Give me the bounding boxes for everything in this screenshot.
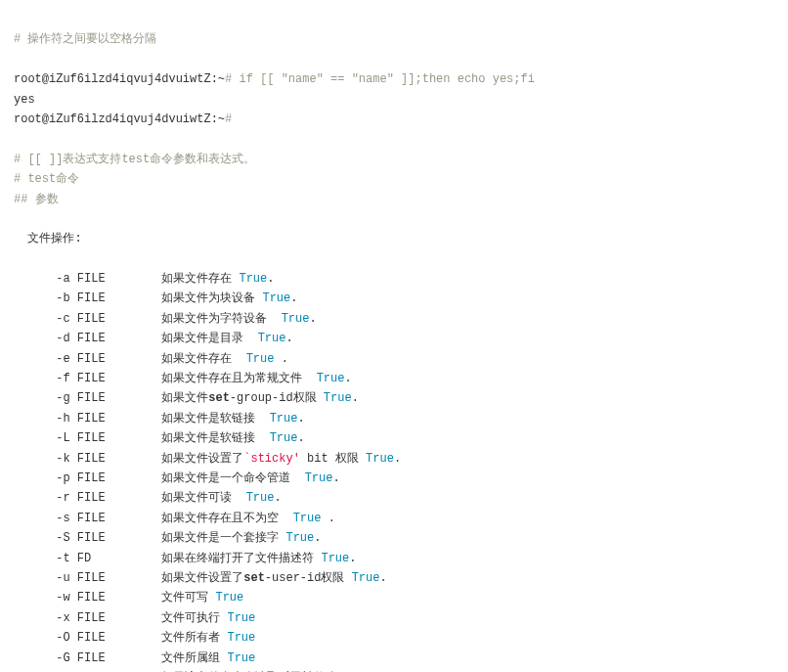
code-segment: -s FILE 如果文件存在且不为空 [14, 512, 293, 525]
code-segment: True [270, 431, 298, 445]
code-line: -h FILE 如果文件是软链接 True. [14, 409, 774, 428]
code-segment: . [394, 452, 401, 466]
code-segment: -O FILE 文件所有者 [14, 631, 227, 645]
code-line: -S FILE 如果文件是一个套接字 True. [14, 528, 774, 548]
code-line: ## 参数 [14, 190, 774, 209]
code-segment: `sticky' [243, 452, 300, 466]
code-line: # test命令 [14, 169, 774, 189]
code-segment: . [297, 412, 304, 426]
code-segment: . [274, 491, 281, 505]
code-segment: . [321, 512, 334, 525]
code-segment: . [285, 332, 292, 345]
code-segment: . [274, 352, 287, 366]
code-segment: -group-id权限 [230, 391, 324, 405]
code-segment: True [321, 552, 349, 565]
code-segment: True [317, 372, 345, 385]
code-segment: True [258, 332, 286, 345]
code-line: # 操作符之间要以空格分隔 [14, 29, 774, 49]
code-segment: True [282, 312, 310, 326]
code-segment: . [297, 431, 304, 445]
code-segment: . [349, 552, 356, 565]
code-segment: True [324, 391, 352, 405]
code-line: -r FILE 如果文件可读 True. [14, 488, 774, 508]
code-line: -c FILE 如果文件为字符设备 True. [14, 309, 774, 329]
code-segment: . [332, 471, 339, 485]
code-segment: # [[ ]]表达式支持test命令参数和表达式。 [14, 153, 255, 166]
code-segment: True [285, 531, 314, 545]
code-segment: -e FILE 如果文件存在 [14, 352, 246, 366]
code-line: -L FILE 如果文件是软链接 True. [14, 428, 774, 448]
code-segment: True [305, 471, 333, 485]
code-line [14, 249, 774, 269]
code-segment: -w FILE 文件可写 [14, 591, 215, 605]
code-segment: . [379, 571, 386, 585]
code-line: 文件操作: [14, 229, 774, 248]
code-segment: -g FILE 如果文件 [14, 391, 208, 405]
code-segment: True [270, 412, 298, 426]
code-line: -g FILE 如果文件set-group-id权限 True. [14, 388, 774, 408]
code-line: -d FILE 如果文件是目录 True. [14, 329, 774, 348]
code-segment: -b FILE 如果文件为块设备 [14, 291, 262, 305]
code-segment: root@iZuf6ilzd4iqvuj4dvuiwtZ:~ [14, 72, 225, 86]
code-segment: . [314, 531, 321, 545]
code-segment: True [262, 291, 290, 305]
code-line: -f FILE 如果文件存在且为常规文件 True. [14, 369, 774, 388]
code-segment: -h FILE 如果文件是软链接 [14, 412, 270, 426]
code-line [14, 129, 774, 149]
code-line: -k FILE 如果文件设置了`sticky' bit 权限 True. [14, 449, 774, 469]
code-segment: ## 参数 [14, 193, 59, 206]
code-segment: True [246, 352, 275, 366]
code-segment: set [243, 571, 265, 585]
code-segment: True [239, 272, 267, 286]
code-line: -p FILE 如果文件是一个命令管道 True. [14, 469, 774, 488]
code-segment: 文件操作: [14, 232, 82, 246]
code-line: -w FILE 文件可写 True [14, 588, 774, 607]
code-line: -e FILE 如果文件存在 True . [14, 349, 774, 369]
code-segment: -d FILE 如果文件是目录 [14, 332, 258, 345]
code-line: -G FILE 文件所属组 True [14, 649, 774, 668]
code-segment: True [227, 611, 255, 625]
code-line [14, 209, 774, 229]
code-segment: -r FILE 如果文件可读 [14, 491, 246, 505]
code-line: -x FILE 文件可执行 True [14, 608, 774, 628]
code-segment: -S FILE 如果文件是一个套接字 [14, 531, 285, 545]
code-line: -a FILE 如果文件存在 True. [14, 269, 774, 289]
code-segment: True [246, 491, 275, 505]
code-segment: -user-id权限 [265, 571, 352, 585]
code-line [14, 50, 774, 69]
code-segment: True [227, 651, 255, 665]
code-segment: # if [[ "name" == "name" ]];then echo ye… [225, 72, 535, 86]
code-line: -N FILE 如果该文件自上次读取后已被修改 True. [14, 668, 774, 672]
code-segment: # [225, 112, 232, 126]
code-segment: -u FILE 如果文件设置了 [14, 571, 243, 585]
code-segment: -p FILE 如果文件是一个命令管道 [14, 471, 305, 485]
code-segment: root@iZuf6ilzd4iqvuj4dvuiwtZ:~ [14, 112, 225, 126]
code-segment: yes [14, 93, 35, 107]
code-segment: -G FILE 文件所属组 [14, 651, 227, 665]
code-segment: # 操作符之间要以空格分隔 [14, 32, 156, 46]
code-segment: -t FD 如果在终端打开了文件描述符 [14, 552, 321, 565]
code-segment: . [267, 272, 274, 286]
code-line: -b FILE 如果文件为块设备 True. [14, 289, 774, 308]
code-line: yes [14, 90, 774, 110]
code-segment: # test命令 [14, 172, 79, 186]
code-segment: . [344, 372, 351, 385]
code-line: -s FILE 如果文件存在且不为空 True . [14, 509, 774, 528]
code-segment: . [309, 312, 316, 326]
code-segment: . [290, 291, 297, 305]
code-segment: -a FILE 如果文件存在 [14, 272, 239, 286]
code-segment: -x FILE 文件可执行 [14, 611, 227, 625]
code-line: -O FILE 文件所有者 True [14, 628, 774, 648]
code-line: -u FILE 如果文件设置了set-user-id权限 True. [14, 568, 774, 588]
code-segment: -L FILE 如果文件是软链接 [14, 431, 270, 445]
code-segment: -k FILE 如果文件设置了 [14, 452, 243, 466]
code-segment: True [293, 512, 322, 525]
code-document: # 操作符之间要以空格分隔 root@iZuf6ilzd4iqvuj4dvuiw… [14, 29, 774, 672]
code-line: root@iZuf6ilzd4iqvuj4dvuiwtZ:~# [14, 110, 774, 129]
code-segment: set [208, 391, 230, 405]
code-segment: True [227, 631, 255, 645]
code-line: -t FD 如果在终端打开了文件描述符 True. [14, 549, 774, 568]
code-segment: bit 权限 [300, 452, 366, 466]
code-segment: True [366, 452, 394, 466]
code-line: root@iZuf6ilzd4iqvuj4dvuiwtZ:~# if [[ "n… [14, 69, 774, 89]
